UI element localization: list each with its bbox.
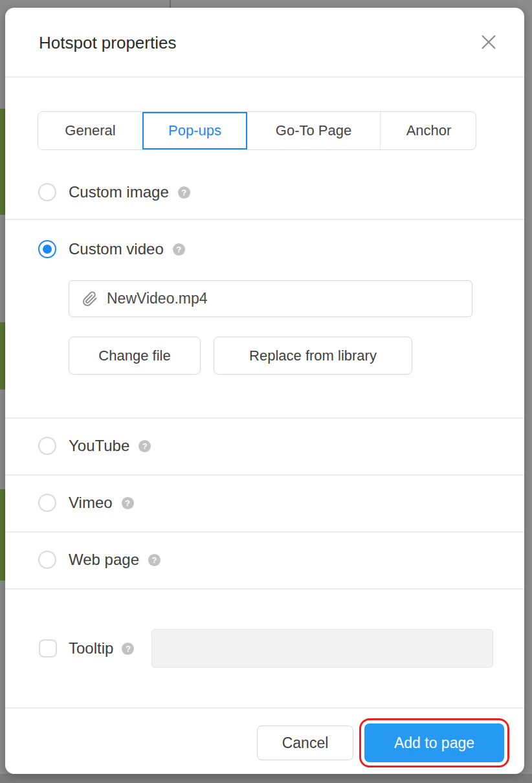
- help-icon[interactable]: ?: [178, 186, 190, 199]
- youtube-label: YouTube: [69, 437, 129, 455]
- attached-file-name: NewVideo.mp4: [107, 290, 208, 307]
- section-divider: [5, 219, 524, 220]
- tab-general[interactable]: General: [38, 112, 142, 149]
- youtube-radio[interactable]: [38, 437, 56, 455]
- background-artwork-shape: [0, 109, 5, 215]
- help-icon[interactable]: ?: [148, 554, 161, 566]
- vimeo-radio[interactable]: [38, 494, 56, 512]
- section-divider: [5, 474, 524, 476]
- header-divider: [5, 76, 524, 78]
- option-vimeo[interactable]: Vimeo ?: [38, 494, 134, 512]
- tab-pop-ups[interactable]: Pop-ups: [142, 112, 247, 149]
- option-youtube[interactable]: YouTube ?: [38, 437, 151, 455]
- hotspot-properties-dialog: Hotspot properties General Pop-ups Go-To…: [5, 8, 524, 774]
- vimeo-label: Vimeo: [69, 494, 113, 512]
- attached-file-field[interactable]: NewVideo.mp4: [69, 280, 472, 317]
- section-divider: [5, 531, 524, 533]
- tooltip-label: Tooltip: [69, 639, 113, 657]
- custom-image-label: Custom image: [69, 183, 169, 201]
- help-icon[interactable]: ?: [122, 643, 134, 655]
- tab-go-to-page[interactable]: Go-To Page: [247, 112, 380, 149]
- footer-divider: [5, 707, 524, 709]
- background-artwork-shape: [0, 322, 5, 390]
- option-custom-image[interactable]: Custom image ?: [38, 183, 190, 201]
- background-bottom-strip: [0, 774, 532, 783]
- custom-image-radio[interactable]: [38, 183, 56, 201]
- section-divider: [5, 417, 524, 419]
- option-custom-video[interactable]: Custom video ?: [38, 240, 185, 258]
- paperclip-icon: [82, 291, 98, 307]
- custom-video-label: Custom video: [69, 240, 164, 258]
- help-icon[interactable]: ?: [122, 497, 134, 509]
- highlight-annotation: Add to page: [359, 718, 509, 767]
- web-page-label: Web page: [69, 551, 139, 569]
- background-panel-divider: [170, 0, 171, 8]
- section-divider: [5, 588, 524, 590]
- tab-bar: General Pop-ups Go-To Page Anchor: [38, 111, 476, 150]
- help-icon[interactable]: ?: [173, 243, 185, 256]
- close-icon[interactable]: [480, 34, 497, 50]
- tooltip-text-input[interactable]: [151, 629, 493, 668]
- custom-video-radio[interactable]: [38, 240, 56, 258]
- tab-anchor[interactable]: Anchor: [380, 112, 476, 149]
- replace-from-library-button[interactable]: Replace from library: [214, 336, 412, 375]
- cancel-button[interactable]: Cancel: [257, 725, 353, 760]
- background-artwork-shape: [0, 489, 5, 580]
- help-icon[interactable]: ?: [139, 440, 151, 452]
- add-to-page-button[interactable]: Add to page: [364, 723, 504, 762]
- tooltip-checkbox[interactable]: [39, 639, 57, 657]
- tooltip-option: Tooltip ?: [39, 639, 134, 657]
- dialog-title: Hotspot properties: [39, 33, 176, 53]
- change-file-button[interactable]: Change file: [69, 336, 201, 375]
- option-web-page[interactable]: Web page ?: [38, 551, 161, 569]
- web-page-radio[interactable]: [38, 551, 56, 569]
